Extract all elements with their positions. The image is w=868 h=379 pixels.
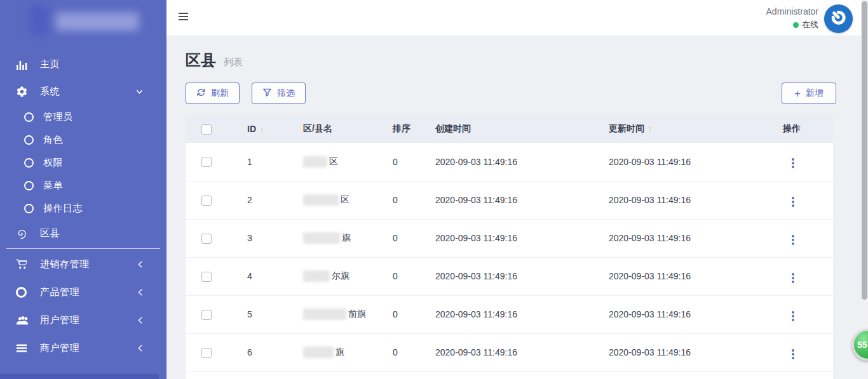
- redacted-name: [303, 194, 339, 206]
- sidebar-item-label: 角色: [43, 134, 63, 146]
- page-subtitle: 列表: [224, 57, 243, 69]
- column-header-id[interactable]: ID↑: [232, 115, 288, 143]
- table-header-row: ID↑ 区/县名 排序 创建时间 更新时间↑ 操作: [186, 115, 833, 143]
- column-header-created: 创建时间: [420, 115, 593, 143]
- cell-name: 前旗: [288, 295, 377, 333]
- select-all-checkbox[interactable]: [201, 124, 212, 135]
- row-checkbox[interactable]: [201, 348, 212, 358]
- row-actions-kebab-icon[interactable]: [788, 270, 798, 286]
- sidebar-item-label: 菜单: [43, 180, 63, 192]
- row-actions-kebab-icon[interactable]: [788, 309, 798, 324]
- sidebar-item-label: 用户管理: [40, 314, 79, 326]
- users-icon: [16, 314, 32, 326]
- cell-name: 旗: [288, 219, 377, 257]
- sidebar-item-menus[interactable]: 菜单: [0, 174, 166, 197]
- circle-icon: [16, 287, 32, 298]
- cell-sort: 0: [377, 333, 420, 371]
- redacted-name: [303, 347, 334, 358]
- sidebar-item-user-management[interactable]: 用户管理: [0, 306, 166, 334]
- refresh-button[interactable]: 刷新: [186, 83, 240, 104]
- add-button-label: 新增: [806, 88, 824, 99]
- table-row: 5 前旗 0 2020-09-03 11:49:16 2020-09-03 11…: [186, 295, 833, 333]
- app-logo[interactable]: [0, 0, 166, 51]
- row-checkbox[interactable]: [201, 196, 212, 206]
- sidebar-item-label: 操作日志: [43, 203, 83, 215]
- cell-actions: [768, 295, 833, 333]
- table-row: 2 区 0 2020-09-03 11:49:16 2020-09-03 11:…: [186, 181, 833, 219]
- logo-text-redacted: [56, 13, 139, 30]
- row-checkbox[interactable]: [201, 234, 212, 244]
- sidebar-item-districts[interactable]: 区县: [0, 220, 166, 247]
- list-icon: [16, 343, 32, 353]
- row-checkbox[interactable]: [201, 310, 212, 320]
- column-header-updated[interactable]: 更新时间↑: [593, 115, 768, 143]
- user-name: Administrator: [766, 6, 818, 17]
- filter-button-label: 筛选: [277, 88, 295, 99]
- sidebar: 主页 系统 管理员 角色 权限: [0, 0, 166, 379]
- cell-created: 2020-09-03 11:49:16: [420, 257, 593, 295]
- page-scrollbar-thumb[interactable]: [862, 1, 867, 300]
- online-status: 在线: [766, 19, 818, 30]
- cell-id: 1: [232, 143, 288, 181]
- chevron-left-icon: [137, 288, 144, 296]
- sidebar-item-system[interactable]: 系统: [0, 78, 166, 105]
- chevron-left-icon: [137, 316, 144, 324]
- power-icon: [829, 8, 848, 30]
- cell-sort: 0: [377, 257, 420, 295]
- cell-sort: 0: [377, 143, 420, 181]
- logo-mark-redacted: [30, 6, 48, 35]
- status-dot: [793, 22, 799, 28]
- sidebar-item-inventory-management[interactable]: 进销存管理: [0, 250, 166, 278]
- sidebar-item-roles[interactable]: 角色: [0, 128, 166, 151]
- row-actions-kebab-icon[interactable]: [788, 194, 798, 209]
- sidebar-item-home[interactable]: 主页: [0, 51, 166, 78]
- row-checkbox[interactable]: [201, 157, 212, 167]
- page-title: 区县: [186, 50, 216, 70]
- funnel-icon: [262, 88, 272, 99]
- row-actions-kebab-icon[interactable]: [788, 347, 798, 362]
- table-card: ID↑ 区/县名 排序 创建时间 更新时间↑ 操作 1 区 0 2020-09: [186, 115, 833, 379]
- sidebar-item-operation-logs[interactable]: 操作日志: [0, 197, 166, 220]
- cell-actions: [768, 219, 833, 257]
- row-actions-kebab-icon[interactable]: [788, 232, 798, 248]
- plus-icon: +: [794, 88, 801, 99]
- cell-updated: 2020-09-03 11:49:16: [593, 333, 768, 371]
- cell-created: 2020-09-03 11:49:16: [420, 333, 593, 371]
- circle-icon: [24, 204, 34, 213]
- cell-id: 2: [232, 181, 288, 219]
- cell-id: 3: [232, 219, 288, 257]
- spiral-icon: [16, 227, 32, 239]
- cell-actions: [768, 143, 833, 181]
- column-header-sort: 排序: [377, 115, 420, 143]
- redacted-name: [303, 309, 346, 320]
- table-row: 3 旗 0 2020-09-03 11:49:16 2020-09-03 11:…: [186, 219, 833, 257]
- add-button[interactable]: + 新增: [782, 83, 836, 104]
- sidebar-item-merchant-management[interactable]: 商户管理: [0, 334, 166, 362]
- redacted-name: [303, 232, 340, 244]
- avatar[interactable]: [824, 4, 853, 33]
- circle-icon: [24, 112, 34, 122]
- filter-button[interactable]: 筛选: [252, 83, 306, 104]
- cell-name: 旗: [288, 333, 377, 371]
- table-row: 4 尔旗 0 2020-09-03 11:49:16 2020-09-03 11…: [186, 257, 833, 295]
- cell-actions: [768, 257, 833, 295]
- cell-updated: 2020-09-03 11:49:16: [593, 219, 768, 257]
- sidebar-item-admins[interactable]: 管理员: [0, 105, 166, 128]
- hamburger-menu-button[interactable]: [179, 13, 188, 22]
- row-checkbox[interactable]: [201, 272, 212, 282]
- redacted-name: [303, 270, 330, 282]
- table-row: 6 旗 0 2020-09-03 11:49:16 2020-09-03 11:…: [186, 333, 833, 371]
- sidebar-item-label: 系统: [40, 86, 60, 98]
- sidebar-item-permissions[interactable]: 权限: [0, 151, 166, 174]
- cell-id: 5: [232, 295, 288, 333]
- sidebar-scrollbar-thumb[interactable]: [0, 374, 159, 379]
- sidebar-item-label: 产品管理: [40, 286, 79, 298]
- support-float-label: 55: [857, 340, 867, 350]
- sidebar-item-product-management[interactable]: 产品管理: [0, 278, 166, 306]
- cell-created: 2020-09-03 11:49:16: [420, 295, 593, 333]
- cell-actions: [768, 333, 833, 371]
- cell-sort: 0: [377, 219, 420, 257]
- row-actions-kebab-icon[interactable]: [788, 156, 798, 171]
- cell-actions: [768, 181, 833, 219]
- cell-name: 区: [288, 181, 377, 219]
